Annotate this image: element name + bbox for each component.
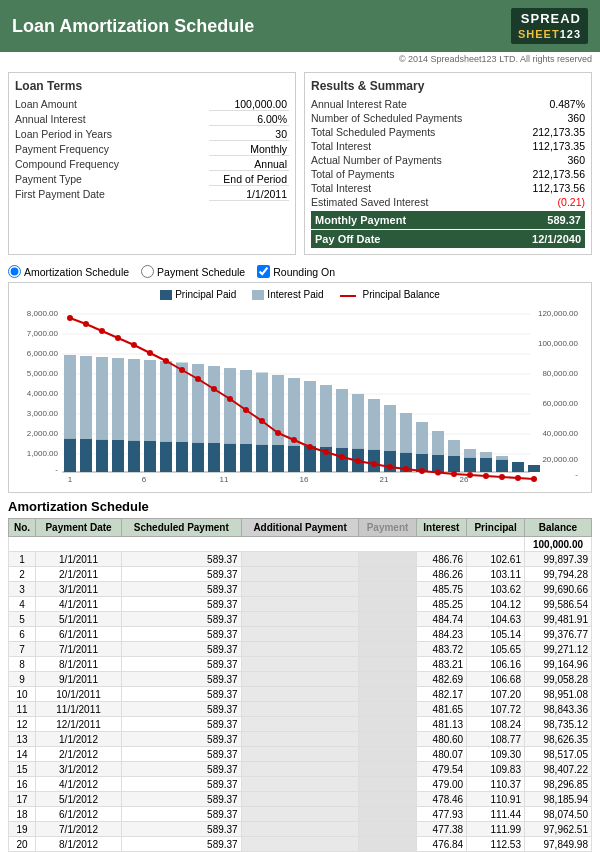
cell-payment: [359, 567, 416, 582]
result-row-0: Annual Interest Rate 0.487%: [311, 97, 585, 111]
cell-payment: [359, 627, 416, 642]
cell-balance: 99,794.28: [524, 567, 591, 582]
cell-balance: 99,271.12: [524, 642, 591, 657]
cell-additional: [241, 582, 359, 597]
cell-date: 10/1/2011: [36, 687, 122, 702]
cell-scheduled: 589.37: [121, 717, 241, 732]
svg-rect-44: [224, 444, 236, 473]
cell-date: 7/1/2012: [36, 822, 122, 837]
results-title: Results & Summary: [311, 79, 585, 93]
cell-scheduled: 589.37: [121, 567, 241, 582]
legend-balance-line-icon: [340, 295, 356, 297]
cell-interest: 478.46: [416, 792, 467, 807]
amortization-schedule-radio[interactable]: Amortization Schedule: [8, 265, 129, 278]
loan-terms-panel: Loan Terms Loan Amount 100,000.00 Annual…: [8, 72, 296, 255]
cell-principal: 107.72: [467, 702, 525, 717]
svg-point-105: [435, 470, 441, 476]
result-label-3: Total Interest: [311, 140, 515, 152]
cell-principal: 110.91: [467, 792, 525, 807]
svg-point-88: [163, 358, 169, 364]
cell-scheduled: 589.37: [121, 702, 241, 717]
cell-no: 19: [9, 822, 36, 837]
cell-date: 5/1/2011: [36, 612, 122, 627]
table-row: 8 8/1/2011 589.37 483.21 106.16 99,164.9…: [9, 657, 592, 672]
cell-payment: [359, 837, 416, 852]
payment-radio-input[interactable]: [141, 265, 154, 278]
table-row: 4 4/1/2011 589.37 485.25 104.12 99,586.5…: [9, 597, 592, 612]
table-row: 5 5/1/2011 589.37 484.74 104.63 99,481.9…: [9, 612, 592, 627]
svg-point-102: [387, 464, 393, 470]
cell-balance: 97,849.98: [524, 837, 591, 852]
cell-additional: [241, 822, 359, 837]
cell-scheduled: 589.37: [121, 732, 241, 747]
cell-additional: [241, 672, 359, 687]
svg-text:60,000.00: 60,000.00: [542, 399, 578, 408]
result-value-3: 112,173.35: [515, 140, 585, 152]
svg-point-111: [531, 476, 537, 482]
cell-principal: 105.14: [467, 627, 525, 642]
svg-point-85: [115, 335, 121, 341]
schedule-title: Amortization Schedule: [8, 499, 592, 514]
initial-balance-row: 100,000.00: [9, 537, 592, 552]
table-row: 6 6/1/2011 589.37 484.23 105.14 99,376.7…: [9, 627, 592, 642]
cell-no: 16: [9, 777, 36, 792]
svg-point-84: [99, 328, 105, 334]
amortization-radio-label: Amortization Schedule: [24, 266, 129, 278]
cell-no: 20: [9, 837, 36, 852]
cell-balance: 99,586.54: [524, 597, 591, 612]
svg-text:20,000.00: 20,000.00: [542, 455, 578, 464]
page-header: Loan Amortization Schedule SPREAD SHEET1…: [0, 0, 600, 52]
svg-point-109: [499, 474, 505, 480]
cell-payment: [359, 657, 416, 672]
cell-interest: 486.76: [416, 552, 467, 567]
table-row: 1 1/1/2011 589.37 486.76 102.61 99,897.3…: [9, 552, 592, 567]
result-label-6: Total Interest: [311, 182, 515, 194]
cell-date: 2/1/2012: [36, 747, 122, 762]
cell-date: 4/1/2011: [36, 597, 122, 612]
rounding-checkbox[interactable]: Rounding On: [257, 265, 335, 278]
svg-text:120,000.00: 120,000.00: [538, 309, 579, 318]
cell-balance: 98,626.35: [524, 732, 591, 747]
cell-no: 15: [9, 762, 36, 777]
initial-balance-cell: 100,000.00: [524, 537, 591, 552]
result-value-0: 0.487%: [515, 98, 585, 110]
svg-text:6,000.00: 6,000.00: [27, 349, 59, 358]
cell-principal: 112.53: [467, 837, 525, 852]
cell-balance: 98,296.85: [524, 777, 591, 792]
cell-balance: 98,735.12: [524, 717, 591, 732]
monthly-payment-row: Monthly Payment 589.37: [311, 211, 585, 229]
term-value-3: Monthly: [209, 143, 289, 156]
svg-text:40,000.00: 40,000.00: [542, 429, 578, 438]
svg-point-108: [483, 473, 489, 479]
amortization-radio-input[interactable]: [8, 265, 21, 278]
svg-text:100,000.00: 100,000.00: [538, 339, 579, 348]
main-content: Loan Terms Loan Amount 100,000.00 Annual…: [0, 66, 600, 852]
cell-date: 7/1/2011: [36, 642, 122, 657]
term-value-5: End of Period: [209, 173, 289, 186]
cell-balance: 98,843.36: [524, 702, 591, 717]
svg-text:6: 6: [142, 475, 147, 484]
term-row-2: Loan Period in Years 30: [15, 127, 289, 142]
cell-payment: [359, 747, 416, 762]
result-label-1: Number of Scheduled Payments: [311, 112, 515, 124]
payment-schedule-radio[interactable]: Payment Schedule: [141, 265, 245, 278]
table-row: 15 3/1/2012 589.37 479.54 109.83 98,407.…: [9, 762, 592, 777]
table-row: 11 11/1/2011 589.37 481.65 107.72 98,843…: [9, 702, 592, 717]
rounding-checkbox-input[interactable]: [257, 265, 270, 278]
cell-payment: [359, 597, 416, 612]
cell-payment: [359, 792, 416, 807]
cell-principal: 102.61: [467, 552, 525, 567]
cell-no: 2: [9, 567, 36, 582]
cell-additional: [241, 717, 359, 732]
cell-interest: 484.74: [416, 612, 467, 627]
svg-rect-80: [512, 462, 524, 472]
cell-payment: [359, 807, 416, 822]
cell-date: 2/1/2011: [36, 567, 122, 582]
legend-interest-paid-label: Interest Paid: [267, 289, 323, 300]
cell-scheduled: 589.37: [121, 627, 241, 642]
cell-no: 10: [9, 687, 36, 702]
payoff-value: 12/1/2040: [532, 233, 581, 245]
cell-no: 1: [9, 552, 36, 567]
result-row-1: Number of Scheduled Payments 360: [311, 111, 585, 125]
copyright-text: © 2014 Spreadsheet123 LTD. All rights re…: [399, 54, 592, 64]
